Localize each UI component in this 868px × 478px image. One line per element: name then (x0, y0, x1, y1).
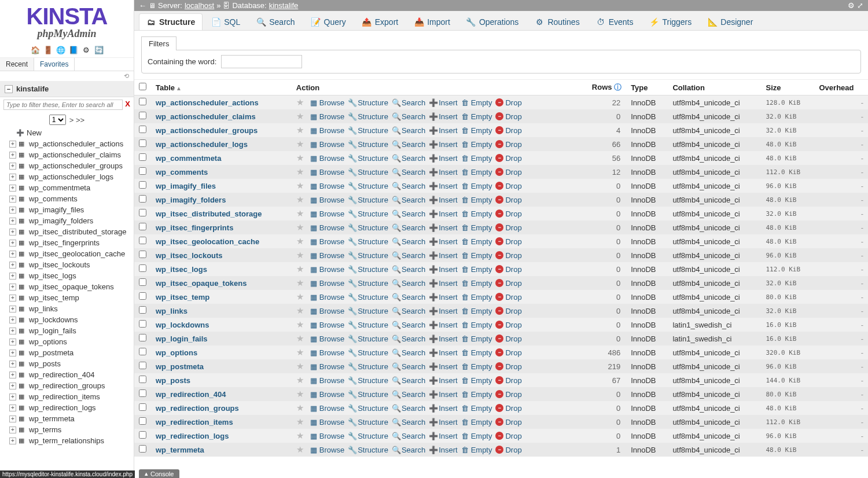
tree-item[interactable]: + ▦ wp_itsec_geolocation_cache (2, 248, 131, 259)
star-icon[interactable]: ★ (296, 97, 304, 108)
table-link[interactable]: wp_actionscheduler_claims (156, 112, 256, 121)
search-action[interactable]: 🔍Search (391, 348, 426, 357)
empty-action[interactable]: 🗑Empty (460, 154, 494, 163)
search-action[interactable]: 🔍Search (391, 432, 426, 440)
search-action[interactable]: 🔍Search (391, 154, 426, 163)
row-checkbox[interactable] (139, 264, 146, 272)
drop-action[interactable]: −Drop (494, 334, 523, 343)
search-action[interactable]: 🔍Search (391, 196, 426, 204)
expand-icon[interactable]: + (9, 196, 16, 203)
browse-action[interactable]: ▦Browse (308, 251, 345, 260)
clear-icon[interactable]: X (125, 100, 130, 110)
row-checkbox[interactable] (139, 376, 146, 383)
tree-item[interactable]: + ▦ wp_imagify_folders (2, 215, 131, 226)
gear-icon[interactable]: ⚙ (848, 1, 855, 10)
structure-action[interactable]: 🔧Structure (347, 307, 389, 315)
star-icon[interactable]: ★ (296, 389, 304, 399)
search-action[interactable]: 🔍Search (391, 307, 426, 315)
empty-action[interactable]: 🗑Empty (460, 334, 494, 343)
collapse-icon[interactable]: − (5, 85, 13, 93)
expand-icon[interactable]: + (9, 163, 16, 170)
expand-icon[interactable]: + (9, 306, 16, 312)
nav-export[interactable]: 📤Export (355, 13, 406, 30)
search-action[interactable]: 🔍Search (391, 321, 426, 329)
browse-action[interactable]: ▦Browse (308, 418, 345, 426)
search-action[interactable]: 🔍Search (391, 265, 426, 274)
insert-action[interactable]: ➕Insert (428, 446, 459, 454)
drop-action[interactable]: −Drop (494, 321, 523, 329)
structure-action[interactable]: 🔧Structure (347, 418, 389, 426)
empty-action[interactable]: 🗑Empty (460, 307, 494, 315)
expand-icon[interactable]: + (9, 405, 16, 411)
table-link[interactable]: wp_itsec_opaque_tokens (156, 279, 247, 288)
table-link[interactable]: wp_itsec_geolocation_cache (156, 237, 259, 246)
structure-action[interactable]: 🔧Structure (347, 154, 389, 163)
search-action[interactable]: 🔍Search (391, 334, 426, 343)
search-action[interactable]: 🔍Search (391, 112, 426, 121)
star-icon[interactable]: ★ (296, 444, 304, 455)
drop-action[interactable]: −Drop (494, 265, 523, 274)
insert-action[interactable]: ➕Insert (428, 376, 459, 385)
insert-action[interactable]: ➕Insert (428, 334, 459, 343)
table-link[interactable]: wp_termmeta (156, 446, 204, 454)
browse-action[interactable]: ▦Browse (308, 265, 345, 274)
table-link[interactable]: wp_itsec_distributed_storage (156, 209, 262, 218)
tree-item[interactable]: + ▦ wp_actionscheduler_logs (2, 171, 131, 182)
filter-word-input[interactable] (221, 55, 302, 68)
star-icon[interactable]: ★ (296, 208, 304, 219)
insert-action[interactable]: ➕Insert (428, 126, 459, 135)
expand-icon[interactable]: + (9, 185, 16, 192)
nav-structure[interactable]: 🗂Structure (139, 13, 203, 30)
table-link[interactable]: wp_itsec_logs (156, 265, 207, 274)
insert-action[interactable]: ➕Insert (428, 112, 459, 121)
col-overhead[interactable]: Overhead (815, 80, 869, 95)
search-action[interactable]: 🔍Search (391, 362, 426, 371)
empty-action[interactable]: 🗑Empty (460, 237, 494, 246)
structure-action[interactable]: 🔧Structure (347, 279, 389, 288)
star-icon[interactable]: ★ (296, 153, 304, 163)
row-checkbox[interactable] (139, 98, 146, 105)
search-action[interactable]: 🔍Search (391, 223, 426, 232)
row-checkbox[interactable] (139, 362, 146, 369)
tree-item[interactable]: + ▦ wp_redirection_items (2, 391, 131, 402)
expand-icon[interactable]: + (9, 372, 16, 378)
browse-action[interactable]: ▦Browse (308, 362, 345, 371)
browse-action[interactable]: ▦Browse (308, 334, 345, 343)
row-checkbox[interactable] (139, 139, 146, 147)
reload-icon[interactable]: 🔄 (94, 45, 104, 55)
drop-action[interactable]: −Drop (494, 182, 523, 190)
row-checkbox[interactable] (139, 445, 146, 453)
tree-item[interactable]: + ▦ wp_itsec_fingerprints (2, 237, 131, 248)
star-icon[interactable]: ★ (296, 292, 304, 302)
insert-action[interactable]: ➕Insert (428, 251, 459, 260)
insert-action[interactable]: ➕Insert (428, 196, 459, 204)
drop-action[interactable]: −Drop (494, 390, 523, 399)
globe-icon[interactable]: 🌐 (56, 45, 66, 55)
nav-sql[interactable]: 📄SQL (204, 13, 248, 30)
table-link[interactable]: wp_redirection_items (156, 418, 233, 426)
tree-item[interactable]: + ▦ wp_actionscheduler_groups (2, 160, 131, 171)
expand-icon[interactable]: + (9, 426, 16, 433)
table-link[interactable]: wp_redirection_logs (156, 432, 229, 440)
star-icon[interactable]: ★ (296, 222, 304, 233)
structure-action[interactable]: 🔧Structure (347, 404, 389, 413)
star-icon[interactable]: ★ (296, 306, 304, 316)
search-action[interactable]: 🔍Search (391, 446, 426, 454)
insert-action[interactable]: ➕Insert (428, 265, 459, 274)
tree-item[interactable]: + ▦ wp_itsec_distributed_storage (2, 226, 131, 237)
table-link[interactable]: wp_options (156, 348, 197, 357)
star-icon[interactable]: ★ (296, 278, 304, 288)
table-link[interactable]: wp_lockdowns (156, 321, 209, 329)
empty-action[interactable]: 🗑Empty (460, 196, 494, 204)
drop-action[interactable]: −Drop (494, 168, 523, 177)
star-icon[interactable]: ★ (296, 319, 304, 330)
tree-item[interactable]: + ▦ wp_postmeta (2, 347, 131, 358)
tree-item[interactable]: + ▦ wp_actionscheduler_actions (2, 138, 131, 149)
browse-action[interactable]: ▦Browse (308, 237, 345, 246)
table-link[interactable]: wp_redirection_404 (156, 390, 226, 399)
structure-action[interactable]: 🔧Structure (347, 196, 389, 204)
browse-action[interactable]: ▦Browse (308, 140, 345, 149)
insert-action[interactable]: ➕Insert (428, 98, 459, 107)
row-checkbox[interactable] (139, 403, 146, 411)
structure-action[interactable]: 🔧Structure (347, 98, 389, 107)
